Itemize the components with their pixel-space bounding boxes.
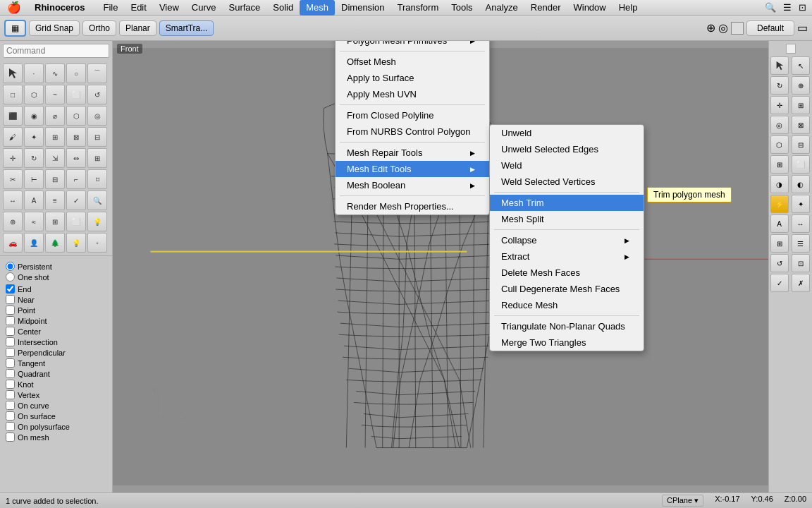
menu-edit[interactable]: Edit [124,0,152,16]
menu-extra-icon[interactable]: ☰ [783,2,792,13]
snap-tangent-checkbox[interactable] [6,358,15,368]
submenu-unweld[interactable]: Unweld [490,125,644,141]
snap-onsurface-label[interactable]: On surface [18,412,56,421]
analyze-tool[interactable]: ≈ [24,212,44,231]
apple-menu[interactable]: 🍎 [0,1,28,14]
submenu-merge-triangles[interactable]: Merge Two Triangles [490,334,644,351]
one-shot-radio[interactable] [6,272,15,282]
hatch-tool[interactable]: ≡ [45,190,65,210]
arc-tool[interactable]: ⌒ [87,64,107,83]
menu-polygon-primitives[interactable]: Polygon Mesh Primitives [336,41,489,49]
rt-ortho[interactable]: ⊟ [792,135,810,154]
menu-apply-surface[interactable]: Apply to Surface [336,70,489,86]
menu-render-mesh-props[interactable]: Render Mesh Properties... [336,198,489,214]
snap-point-checkbox[interactable] [6,306,15,315]
paint-tool[interactable]: 🖌 [3,127,23,147]
rt-camera[interactable]: ◎ [770,116,789,134]
star-tool[interactable]: ✦ [24,127,44,147]
menu-help[interactable]: Help [613,0,644,16]
menu-transform[interactable]: Transform [390,0,445,16]
car-tool[interactable]: 🚗 [3,233,23,253]
rt-grid[interactable]: ⊞ [770,155,789,174]
snap-knot-checkbox[interactable] [6,380,15,389]
polygon-tool[interactable]: ⬡ [24,85,44,104]
text-tool[interactable]: A [24,190,44,210]
cylinder-tool[interactable]: ⌀ [45,106,65,126]
rt-snap[interactable]: ✦ [792,195,810,213]
snap-oncurve-checkbox[interactable] [6,401,15,410]
lamp-tool[interactable]: 💡 [66,233,86,253]
submenu-weld-selected[interactable]: Weld Selected Vertices [490,174,644,190]
rt-cursor[interactable]: ↖ [792,56,810,75]
rt-dim[interactable]: ↔ [792,214,810,233]
snap-onmesh-label[interactable]: On mesh [18,433,49,442]
rt-macro[interactable]: ⊡ [792,254,810,272]
offset-tool[interactable]: ⊟ [45,169,65,189]
command-input[interactable] [3,44,109,58]
rt-zoom-ext[interactable]: ⊞ [792,96,810,114]
fillet-tool[interactable]: ⌐ [66,169,86,189]
zoom-tool[interactable]: 🔍 [87,190,107,210]
rotate-tool[interactable]: ↻ [24,148,44,168]
smarttrack-btn[interactable]: SmartTra... [159,20,214,36]
check-tool[interactable]: ✓ [66,190,86,210]
mirror-tool[interactable]: ⇔ [66,148,86,168]
rt-check-2[interactable]: ✗ [792,274,810,292]
blend-tool[interactable]: ⌑ [87,169,107,189]
snap-center-checkbox[interactable] [6,327,15,336]
curve-tool[interactable]: ∿ [45,64,65,83]
snap-knot-label[interactable]: Knot [18,380,34,389]
rt-text[interactable]: A [770,214,789,233]
snap-tangent-label[interactable]: Tangent [18,359,45,368]
pipe-tool[interactable]: ⊟ [87,127,107,147]
move-tool[interactable]: ✛ [3,148,23,168]
menu-solid[interactable]: Solid [266,0,300,16]
search-icon[interactable]: 🔍 [765,2,776,13]
snap-end-label[interactable]: End [18,285,32,294]
menu-curve[interactable]: Curve [185,0,223,16]
snap-midpoint-label[interactable]: Midpoint [18,317,47,325]
select-tool[interactable] [3,64,23,83]
menu-surface[interactable]: Surface [223,0,267,16]
rt-prop[interactable]: ☰ [792,234,810,253]
person-tool[interactable]: 👤 [24,233,44,253]
rectangle-tool[interactable]: □ [3,85,23,104]
torus-tool[interactable]: ◎ [87,106,107,126]
light-tool[interactable]: 💡 [87,212,107,231]
rt-view-all[interactable]: ⊠ [792,116,810,134]
snap-onmesh-checkbox[interactable] [6,433,15,442]
grid-snap-btn[interactable]: Grid Snap [29,20,80,36]
rt-wire[interactable]: ⬜ [792,155,810,174]
menu-file[interactable]: File [97,0,125,16]
snap-onpolysurface-label[interactable]: On polysurface [18,423,70,431]
snap-end-checkbox[interactable] [6,284,15,294]
menu-from-closed-polyline[interactable]: From Closed Polyline [336,107,489,123]
menu-mesh[interactable]: Mesh [300,0,335,16]
trim-tool[interactable]: ✂ [3,169,23,189]
snap-center-label[interactable]: Center [18,327,41,336]
menu-mesh-repair-tools[interactable]: Mesh Repair Tools [336,145,489,161]
menu-offset-mesh[interactable]: Offset Mesh [336,54,489,70]
magnify-tool[interactable]: ⊕ [3,212,23,231]
split-tool[interactable]: ⊢ [24,169,44,189]
snap-intersection-label[interactable]: Intersection [18,338,58,346]
viewport-toggle-btn[interactable]: ▦ [4,20,26,37]
snap-intersection-checkbox[interactable] [6,337,15,346]
loft-tool[interactable]: ⊠ [66,127,86,147]
menu-window[interactable]: Window [567,0,612,16]
submenu-cull-degenerate[interactable]: Cull Degenerate Mesh Faces [490,281,644,297]
menu-mesh-edit-tools[interactable]: Mesh Edit Tools [336,161,489,177]
dim-tool[interactable]: ↔ [3,190,23,210]
snap-oncurve-label[interactable]: On curve [18,401,49,410]
snap-midpoint-checkbox[interactable] [6,316,15,325]
submenu-triangulate[interactable]: Triangulate Non-Planar Quads [490,318,644,334]
menu-render[interactable]: Render [524,0,567,16]
sphere-tool[interactable]: ◉ [24,106,44,126]
rt-pan[interactable]: ✛ [770,96,789,114]
snap-perpendicular-checkbox[interactable] [6,348,15,357]
pan-icon[interactable]: ⊕ [706,21,715,35]
rt-rotate[interactable]: ↻ [770,76,789,95]
submenu-weld[interactable]: Weld [490,157,644,174]
snap-point-label[interactable]: Point [18,306,35,315]
cplane-label[interactable]: CPlane ▾ [662,495,703,507]
